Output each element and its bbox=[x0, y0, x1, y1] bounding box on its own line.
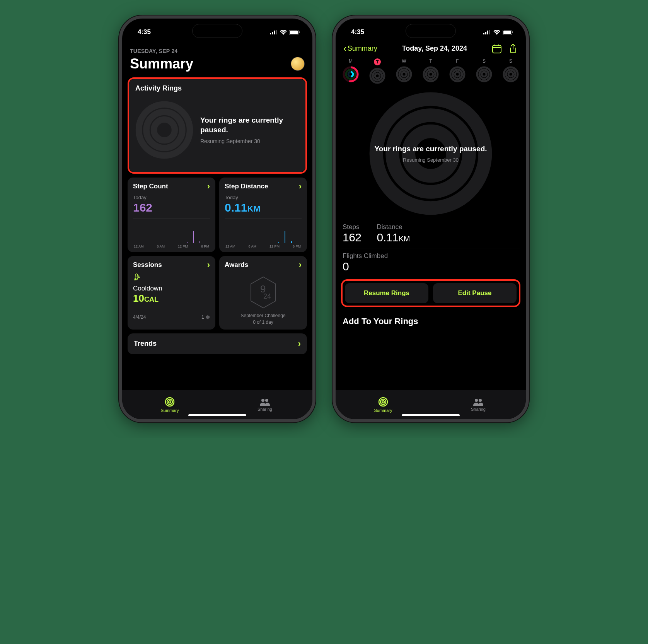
day-friday[interactable]: F bbox=[449, 58, 466, 84]
svg-rect-22 bbox=[503, 31, 511, 34]
svg-point-57 bbox=[475, 399, 478, 402]
svg-point-56 bbox=[382, 401, 384, 403]
people-icon bbox=[259, 398, 271, 406]
svg-point-14 bbox=[169, 401, 171, 403]
sessions-title: Sessions bbox=[133, 261, 162, 269]
day-tuesday-selected[interactable]: T bbox=[369, 58, 385, 84]
session-date: 4/4/24 bbox=[133, 314, 146, 320]
wifi-icon bbox=[280, 30, 287, 35]
edit-pause-button[interactable]: Edit Pause bbox=[433, 283, 517, 303]
step-count-title: Step Count bbox=[133, 183, 168, 190]
status-icons bbox=[483, 30, 513, 35]
resuming-message: Resuming September 30 bbox=[200, 138, 299, 144]
svg-point-41 bbox=[428, 72, 433, 77]
svg-point-58 bbox=[479, 399, 482, 402]
svg-point-44 bbox=[455, 72, 460, 77]
step-distance-chart bbox=[225, 218, 302, 243]
step-count-card[interactable]: Step Count › Today 162 12 AM6 AM12 PM6 P… bbox=[128, 178, 215, 252]
people-icon bbox=[472, 398, 484, 406]
rings-tab-icon bbox=[165, 397, 175, 407]
battery-icon bbox=[289, 30, 300, 35]
activity-rings-card[interactable]: Activity Rings Your rings are currently … bbox=[129, 79, 305, 172]
session-value: 10CAL bbox=[133, 292, 210, 304]
chart-x-labels: 12 AM6 AM12 PM6 PM bbox=[225, 244, 302, 248]
trends-label: Trends bbox=[134, 340, 157, 348]
day-ring-icon bbox=[476, 66, 492, 82]
svg-rect-20 bbox=[489, 30, 490, 34]
step-distance-value: 0.11KM bbox=[225, 201, 302, 214]
svg-point-13 bbox=[167, 399, 172, 405]
phone-summary-screen: 4:35 TUESDAY, SEP 24 Summary Activity Ri… bbox=[119, 15, 315, 422]
svg-rect-6 bbox=[299, 31, 300, 33]
svg-point-50 bbox=[508, 72, 513, 77]
svg-point-16 bbox=[265, 399, 268, 402]
svg-rect-18 bbox=[485, 32, 486, 34]
status-time: 4:35 bbox=[351, 28, 364, 36]
back-button[interactable]: ‹ Summary bbox=[343, 43, 377, 55]
rings-tab-icon bbox=[378, 397, 388, 407]
day-wednesday[interactable]: W bbox=[396, 58, 412, 84]
chevron-right-icon: › bbox=[207, 261, 210, 269]
stats-row: Steps 162 Distance 0.11KM bbox=[341, 219, 520, 248]
status-time: 4:35 bbox=[138, 28, 151, 36]
day-ring-icon bbox=[343, 66, 359, 82]
day-thursday[interactable]: T bbox=[423, 58, 439, 84]
day-monday[interactable]: M bbox=[343, 58, 359, 84]
steps-stat: Steps 162 bbox=[343, 223, 362, 244]
home-indicator[interactable] bbox=[402, 414, 460, 416]
week-selector[interactable]: M T W T F bbox=[341, 58, 520, 88]
cellular-icon bbox=[270, 30, 278, 34]
step-distance-sub: Today bbox=[225, 195, 302, 200]
svg-text:24: 24 bbox=[263, 292, 271, 300]
wifi-icon bbox=[493, 30, 500, 35]
awards-card[interactable]: Awards › 9 24 September Challenge 0 of 1… bbox=[219, 256, 307, 330]
svg-point-35 bbox=[375, 73, 380, 78]
activity-rings-title: Activity Rings bbox=[135, 84, 299, 92]
svg-point-55 bbox=[380, 399, 386, 405]
activity-rings-icon bbox=[135, 101, 193, 159]
home-indicator[interactable] bbox=[188, 414, 246, 416]
calendar-icon[interactable] bbox=[492, 44, 502, 54]
svg-rect-23 bbox=[512, 31, 513, 33]
day-ring-icon bbox=[503, 66, 519, 82]
svg-point-38 bbox=[402, 72, 406, 77]
resume-rings-button[interactable]: Resume Rings bbox=[345, 283, 428, 303]
page-title: Summary bbox=[130, 56, 193, 72]
chevron-right-icon: › bbox=[207, 182, 210, 191]
status-icons bbox=[270, 30, 300, 35]
paused-message: Your rings are currently paused. bbox=[374, 144, 487, 154]
step-distance-title: Step Distance bbox=[225, 183, 268, 190]
profile-avatar[interactable] bbox=[291, 57, 305, 71]
add-to-rings-title: Add To Your Rings bbox=[343, 316, 519, 326]
step-count-sub: Today bbox=[133, 195, 210, 200]
sessions-card[interactable]: Sessions › Cooldown 10CAL 4/4/24 1 bbox=[128, 256, 215, 330]
day-saturday[interactable]: S bbox=[476, 58, 492, 84]
distance-stat: Distance 0.11KM bbox=[377, 223, 410, 244]
trends-row[interactable]: Trends › bbox=[128, 333, 307, 354]
svg-point-9 bbox=[154, 120, 175, 140]
nav-bar: ‹ Summary Today, Sep 24, 2024 bbox=[341, 39, 520, 58]
chevron-right-icon: › bbox=[299, 261, 302, 269]
resuming-message: Resuming September 30 bbox=[374, 157, 487, 163]
svg-rect-19 bbox=[487, 31, 488, 34]
session-count: 1 bbox=[201, 314, 210, 320]
svg-rect-3 bbox=[276, 30, 277, 34]
phone-day-detail-screen: 4:35 ‹ Summary Today, Sep 24, 2024 M bbox=[333, 15, 529, 422]
day-sunday[interactable]: S bbox=[503, 58, 519, 84]
svg-rect-5 bbox=[290, 31, 298, 34]
activity-rings-large: Your rings are currently paused. Resumin… bbox=[341, 88, 520, 219]
step-distance-card[interactable]: Step Distance › Today 0.11KM 12 AM6 AM12… bbox=[219, 178, 307, 252]
svg-rect-1 bbox=[272, 32, 273, 34]
award-progress: 0 of 1 day bbox=[225, 319, 302, 326]
dynamic-island bbox=[406, 24, 456, 38]
share-icon[interactable] bbox=[508, 44, 518, 54]
pause-buttons-highlight: Resume Rings Edit Pause bbox=[341, 279, 520, 307]
svg-point-47 bbox=[482, 72, 486, 77]
day-ring-icon bbox=[423, 66, 439, 82]
nav-title: Today, Sep 24, 2024 bbox=[402, 44, 467, 53]
step-count-value: 162 bbox=[133, 201, 210, 214]
award-name: September Challenge bbox=[225, 313, 302, 319]
svg-rect-17 bbox=[483, 33, 484, 34]
cooldown-icon bbox=[133, 273, 210, 281]
activity-rings-highlight: Activity Rings Your rings are currently … bbox=[128, 77, 307, 174]
